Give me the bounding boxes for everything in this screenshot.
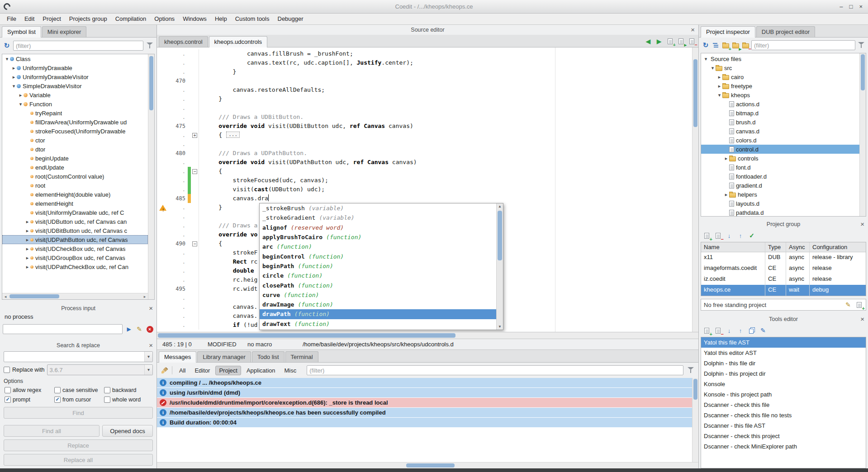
menu-file[interactable]: File <box>3 14 20 24</box>
completion-item[interactable]: beginControl(function) <box>260 251 496 261</box>
search-combo[interactable]: ▾ <box>4 351 153 362</box>
menu-help[interactable]: Help <box>211 14 231 24</box>
symbol-tree-item[interactable]: ▸visit(UDButton udc, ref Canvas can <box>2 217 148 226</box>
close-project-group-icon[interactable]: × <box>860 220 864 229</box>
symbol-tree-item[interactable]: ▸visit(UDPathButton udc, ref Canvas <box>2 235 148 244</box>
project-row[interactable]: iz.coeditCEasyncrelease <box>701 274 866 285</box>
tool-item[interactable]: Dolphin - this file dir <box>701 358 866 368</box>
symbol-tree-item[interactable]: ▸UniformlyDrawableVisitor <box>2 72 148 81</box>
tool-item[interactable]: Konsole - this project path <box>701 389 866 400</box>
close-process-panel-icon[interactable]: × <box>149 304 153 313</box>
minimize-button[interactable]: – <box>840 3 843 10</box>
tab-todo-list[interactable]: Todo list <box>252 351 285 362</box>
completion-item[interactable]: drawText(function) <box>260 319 496 329</box>
completion-item[interactable]: closePath(function) <box>260 280 496 290</box>
filter-toggle-all[interactable]: All <box>175 366 189 375</box>
code-line[interactable]: . <box>157 104 692 113</box>
expander-icon[interactable]: ▸ <box>11 74 17 80</box>
completion-item[interactable]: drawImage(function) <box>260 300 496 309</box>
menu-options[interactable]: Options <box>150 14 179 24</box>
symbol-tree-item[interactable]: ▸visit(UDCheckBox udc, ref Canvas <box>2 244 148 253</box>
code-line[interactable]: . } <box>157 94 692 104</box>
send-to-process-icon[interactable]: ▶ <box>125 325 133 333</box>
opened-docs-button[interactable]: Opened docs <box>102 425 153 437</box>
refresh-project-icon[interactable]: ↻ <box>702 41 710 49</box>
file-tree-item[interactable]: brush.d <box>701 118 859 127</box>
inspector-filter-input[interactable] <box>751 40 855 50</box>
symbol-tree-item[interactable]: elementHeight(double value) <box>2 190 148 199</box>
column-header-async[interactable]: Async <box>786 242 810 252</box>
message-row[interactable]: icompiling / ... /kheops/kheops.ce <box>157 378 692 388</box>
code-line[interactable]: . visit(cast(UDButton) udc); <box>157 185 692 194</box>
close-search-panel-icon[interactable]: × <box>149 341 153 350</box>
project-row[interactable]: x11DUBasyncrelease - library <box>701 252 866 263</box>
case-sensitive-checkbox[interactable] <box>54 387 61 393</box>
symbol-tree-item[interactable]: strokeFocused(UniformlyDrawable <box>2 127 148 136</box>
expander-icon[interactable]: ▸ <box>18 92 24 98</box>
project-row[interactable]: kheops.ceCEwaitdebug <box>701 285 866 296</box>
symbol-filter-funnel-icon[interactable] <box>146 42 154 50</box>
message-row[interactable]: i/home/basile/dev/projects/kheops/kheops… <box>157 408 692 418</box>
expander-icon[interactable]: ▸ <box>24 246 30 252</box>
add-source-icon[interactable]: ▸ <box>731 41 740 49</box>
expander-icon[interactable]: ▸ <box>716 83 722 89</box>
symbol-tree-item[interactable]: ▾Class <box>2 54 148 63</box>
menu-projects-group[interactable]: Projects group <box>65 14 111 24</box>
completion-item[interactable]: beginPath(function) <box>260 261 496 271</box>
symbol-tree-item[interactable]: ▸visit(UDBitButton udc, ref Canvas c <box>2 226 148 235</box>
chevron-down-icon[interactable]: ▾ <box>144 365 152 375</box>
symbol-tree-item[interactable]: tryRepaint <box>2 109 148 118</box>
tool-item[interactable]: Yatol this editor AST <box>701 348 866 358</box>
completion-item[interactable]: alignof(reserved word) <box>260 223 496 232</box>
file-tree-item[interactable]: gradient.d <box>701 181 859 190</box>
editor-tab-kheops-control[interactable]: kheops.control <box>159 36 208 47</box>
clear-messages-icon[interactable] <box>161 366 169 374</box>
code-line[interactable]: 470 <box>157 76 692 85</box>
tab-library-manager[interactable]: Library manager <box>197 351 251 362</box>
replace-value-combo[interactable]: 3.6.7 ▾ <box>47 364 153 375</box>
close-editor-panel-icon[interactable]: × <box>691 25 695 34</box>
kill-process-icon[interactable]: × <box>146 325 154 333</box>
expander-icon[interactable]: ▸ <box>723 156 729 161</box>
expander-icon[interactable]: ▸ <box>723 192 729 198</box>
symbol-tree-item[interactable]: root <box>2 181 148 190</box>
expander-icon[interactable]: ▾ <box>11 83 17 89</box>
process-input-field[interactable] <box>3 324 123 334</box>
symbol-tree-item[interactable]: fillDrawArea(UniformlyDrawable ud <box>2 118 148 127</box>
column-header-name[interactable]: Name <box>701 242 765 252</box>
expander-icon[interactable]: ▾ <box>18 101 24 107</box>
close-button[interactable]: × <box>859 3 863 10</box>
completion-item[interactable]: arc(function) <box>260 242 496 251</box>
file-tree-item[interactable]: ▾kheops <box>701 90 859 99</box>
symbol-tree-item[interactable]: ▾SimpleDrawableVisitor <box>2 81 148 90</box>
edit-tool-icon[interactable]: ✎ <box>759 326 767 335</box>
file-tree-item[interactable]: actions.d <box>701 99 859 109</box>
code-line[interactable]: . canvas.text(rc, udc.caption[], Justify… <box>157 58 692 67</box>
edit-input-icon[interactable]: ✎ <box>135 325 143 333</box>
allow-regex-checkbox[interactable] <box>5 387 11 393</box>
move-tool-up-icon[interactable]: ↑ <box>736 326 745 335</box>
find-all-button[interactable]: Find all <box>4 425 100 437</box>
code-line[interactable]: . strokeFocused(udc, canvas); <box>157 176 692 185</box>
editor-tab-kheops-udcontrols[interactable]: kheops.udcontrols <box>209 36 268 47</box>
file-tree-item[interactable]: canvas.d <box>701 127 859 136</box>
symbol-tree-item[interactable]: endUpdate <box>2 163 148 172</box>
remove-project-icon[interactable]: − <box>714 231 722 240</box>
code-line[interactable]: 485 canvas.dra <box>157 194 692 203</box>
move-tool-down-icon[interactable]: ↓ <box>725 326 733 335</box>
tab-terminal[interactable]: Terminal <box>285 351 318 362</box>
tool-item[interactable]: Dolphin - this project dir <box>701 368 866 379</box>
scroll-right-icon[interactable]: ▸ <box>142 293 148 299</box>
expander-icon[interactable]: ▾ <box>703 56 709 62</box>
menu-windows[interactable]: Windows <box>179 14 211 24</box>
find-button[interactable]: Find <box>4 407 153 419</box>
whole-word-checkbox[interactable] <box>104 396 110 403</box>
completion-scrollbar[interactable]: ▲ ▼ <box>496 203 503 330</box>
expander-icon[interactable]: ▸ <box>24 264 30 270</box>
tool-item[interactable]: Dscanner - this file AST <box>701 420 866 431</box>
message-row[interactable]: iBuild duration: 00:00:04 <box>157 418 692 428</box>
files-vscrollbar[interactable] <box>859 53 866 216</box>
file-tree-item[interactable]: ▸cairo <box>701 72 859 81</box>
add-free-project-icon[interactable]: + <box>855 301 863 309</box>
code-line[interactable]: .+ {... <box>157 131 692 140</box>
